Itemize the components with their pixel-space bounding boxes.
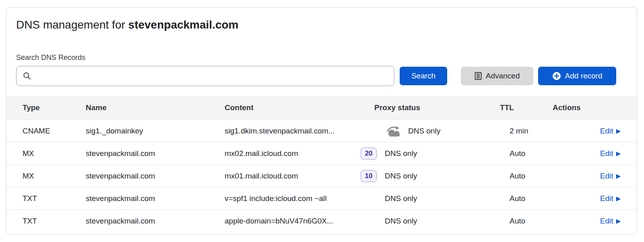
table-row: TXT stevenpackmail.com apple-domain=bNuV… [6,209,637,232]
search-toolbar: Search Advanced Add record [6,66,637,86]
record-proxy-cell: DNS only [385,194,493,203]
priority-badge: 10 [361,170,377,182]
advanced-button[interactable]: Advanced [461,67,533,85]
proxy-status-text: DNS only [385,194,417,203]
search-input[interactable] [16,66,394,86]
edit-arrow-icon: ▶ [616,195,621,201]
proxy-status-text: DNS only [385,149,417,158]
column-header-actions: Actions [553,103,621,112]
record-ttl-cell: Auto [493,194,553,203]
record-priority-cell: 20 [361,148,385,160]
column-header-type: Type [23,103,86,112]
page-title: DNS management for stevenpackmail.com [6,8,637,32]
plus-circle-icon [552,72,561,80]
record-ttl-cell: 2 min [493,127,553,135]
add-record-button[interactable]: Add record [538,67,616,85]
table-row: TXT stevenpackmail.com v=spf1 include:ic… [6,187,637,209]
column-header-content: Content [225,103,361,112]
proxy-status-text: DNS only [385,217,417,226]
proxy-status-text: DNS only [408,127,440,135]
record-ttl-cell: Auto [493,149,553,158]
edit-arrow-icon: ▶ [616,218,621,224]
record-proxy-cell: DNS only [385,172,493,180]
search-button[interactable]: Search [400,67,447,85]
table-header-row: Type Name Content Proxy status TTL Actio… [6,96,637,119]
column-header-name: Name [86,103,225,112]
record-actions-cell: Edit ▶ [553,172,621,180]
record-proxy-cell: DNS only [385,125,493,137]
search-icon [23,72,31,80]
edit-link[interactable]: Edit ▶ [600,194,621,203]
record-content-cell: sig1.dkim.stevenpackmail.com... [225,127,361,135]
record-actions-cell: Edit ▶ [553,127,621,135]
record-content-cell: mx01.mail.icloud.com [225,172,361,180]
record-actions-cell: Edit ▶ [553,194,621,203]
edit-link[interactable]: Edit ▶ [600,172,621,180]
list-document-icon [475,72,482,80]
record-type-cell: MX [23,172,86,180]
record-content-cell: apple-domain=bNuV47n6G0X... [225,217,361,226]
record-ttl-cell: Auto [493,217,553,226]
record-content-cell: v=spf1 include:icloud.com ~all [225,194,361,203]
column-header-ttl: TTL [493,103,553,112]
record-priority-cell: 10 [361,170,385,182]
dns-only-cloud-icon [385,125,403,137]
edit-link[interactable]: Edit ▶ [600,149,621,158]
record-actions-cell: Edit ▶ [553,149,621,158]
dns-management-card: DNS management for stevenpackmail.com Se… [6,7,637,235]
table-row: CNAME sig1._domainkey sig1.dkim.stevenpa… [6,119,637,142]
edit-arrow-icon: ▶ [616,128,621,134]
edit-arrow-icon: ▶ [616,150,621,156]
record-proxy-cell: DNS only [385,149,493,158]
record-name-cell: sig1._domainkey [86,127,225,135]
record-proxy-cell: DNS only [385,217,493,226]
page-title-prefix: DNS management for [16,18,128,31]
proxy-status-text: DNS only [385,172,417,180]
record-name-cell: stevenpackmail.com [86,149,225,158]
search-box [16,66,394,86]
record-name-cell: stevenpackmail.com [86,194,225,203]
record-name-cell: stevenpackmail.com [86,217,225,226]
record-actions-cell: Edit ▶ [553,217,621,226]
table-row: MX stevenpackmail.com mx01.mail.icloud.c… [6,164,637,187]
record-type-cell: CNAME [23,127,86,135]
column-header-proxy-status: Proxy status [361,103,493,112]
record-ttl-cell: Auto [493,172,553,180]
domain-name: stevenpackmail.com [128,18,239,31]
edit-link[interactable]: Edit ▶ [600,127,621,135]
edit-arrow-icon: ▶ [616,173,621,179]
record-content-cell: mx02.mail.icloud.com [225,149,361,158]
record-type-cell: TXT [23,217,86,226]
dns-records-table: Type Name Content Proxy status TTL Actio… [6,96,637,232]
search-label: Search DNS Records [6,53,637,62]
record-type-cell: TXT [23,194,86,203]
table-body: CNAME sig1._domainkey sig1.dkim.stevenpa… [6,119,637,232]
record-name-cell: stevenpackmail.com [86,172,225,180]
record-type-cell: MX [23,149,86,158]
table-row: MX stevenpackmail.com mx02.mail.icloud.c… [6,142,637,164]
priority-badge: 20 [361,148,377,160]
edit-link[interactable]: Edit ▶ [600,217,621,226]
